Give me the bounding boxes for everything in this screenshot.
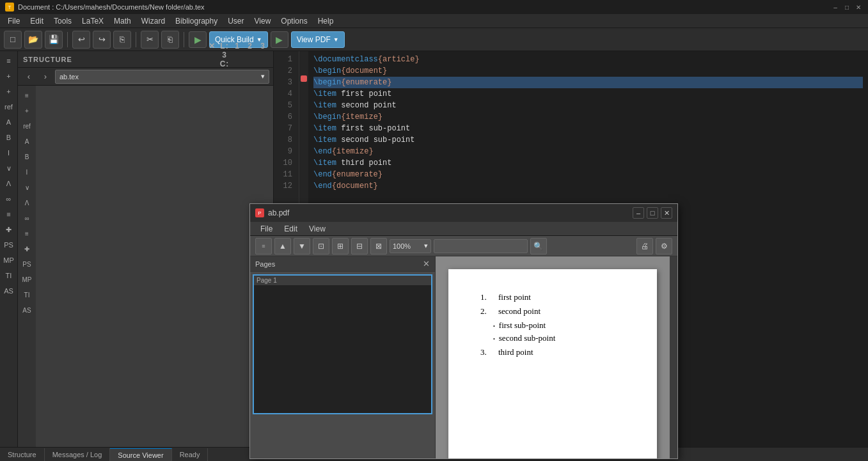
- pdf-win-controls[interactable]: – □ ✕: [633, 207, 672, 219]
- minimize-button[interactable]: –: [831, 3, 840, 12]
- bottom-tab-1[interactable]: Messages / Log: [45, 448, 111, 461]
- pdf-print-button[interactable]: 🖨: [636, 238, 653, 254]
- sidebar-btn-5[interactable]: A: [2, 115, 16, 129]
- view-pdf-dropdown[interactable]: View PDF ▼: [291, 31, 345, 48]
- open-button[interactable]: 📂: [24, 31, 42, 49]
- sidebar-btn-6[interactable]: B: [2, 130, 16, 145]
- code-line-9[interactable]: \end{itemize}: [313, 146, 863, 157]
- sidebar-btn-4[interactable]: ref: [2, 100, 16, 114]
- struct-icon-3[interactable]: ref: [20, 119, 34, 133]
- copy-button[interactable]: ⎘: [113, 31, 131, 49]
- menu-item-math[interactable]: Math: [109, 15, 136, 27]
- new-button[interactable]: □: [4, 31, 22, 49]
- menu-item-edit[interactable]: Edit: [25, 15, 49, 27]
- struct-icon-12[interactable]: PS: [20, 257, 34, 271]
- bottom-tab-0[interactable]: Structure: [0, 448, 45, 461]
- struct-icon-8[interactable]: Λ: [20, 196, 34, 210]
- pdf-zoom-selector[interactable]: 100% ▾: [390, 239, 431, 253]
- pdf-prev-button[interactable]: ▲: [274, 238, 291, 254]
- menu-item-view[interactable]: View: [249, 15, 276, 27]
- pdf-maximize-button[interactable]: □: [647, 207, 658, 219]
- menu-item-bibliography[interactable]: Bibliography: [170, 15, 223, 27]
- pdf-close-button[interactable]: ✕: [661, 207, 672, 219]
- code-line-8[interactable]: \item second sub-point: [313, 134, 863, 146]
- pdf-menu-edit[interactable]: Edit: [279, 223, 303, 235]
- pdf-menu-view[interactable]: View: [304, 223, 331, 235]
- save-button[interactable]: 💾: [45, 31, 63, 49]
- pdf-view-area[interactable]: 1. first point 2. second point • first s…: [436, 256, 670, 458]
- sidebar-btn-10[interactable]: ∞: [2, 192, 16, 206]
- sidebar-btn-16[interactable]: AS: [2, 284, 16, 298]
- nav-forward-button[interactable]: ›: [38, 70, 52, 84]
- pdf-next-button[interactable]: ▼: [294, 238, 310, 254]
- sidebar-btn-15[interactable]: TI: [2, 269, 16, 283]
- struct-icon-4[interactable]: A: [20, 134, 34, 148]
- sidebar-btn-8[interactable]: ∨: [2, 161, 16, 175]
- menu-item-user[interactable]: User: [223, 15, 249, 27]
- struct-icon-10[interactable]: ≡: [20, 226, 34, 240]
- menu-item-file[interactable]: File: [3, 15, 25, 27]
- struct-icon-2[interactable]: +: [20, 104, 34, 118]
- code-line-12[interactable]: \end{document}: [313, 180, 863, 192]
- pdf-search-input[interactable]: [434, 239, 528, 253]
- cut-button[interactable]: ✂: [141, 31, 159, 49]
- struct-icon-14[interactable]: TI: [20, 288, 34, 302]
- sidebar-btn-9[interactable]: Λ: [2, 176, 16, 191]
- code-line-7[interactable]: \item first sub-point: [313, 123, 863, 134]
- pdf-title-bar: P ab.pdf – □ ✕: [250, 204, 677, 222]
- struct-icon-13[interactable]: MP: [20, 272, 34, 286]
- view-run-button[interactable]: ▶: [271, 31, 288, 48]
- pdf-right-scrollbar[interactable]: [670, 256, 677, 458]
- code-line-11[interactable]: \end{enumerate}: [313, 169, 863, 180]
- struct-icon-7[interactable]: ∨: [20, 180, 34, 194]
- sidebar-btn-13[interactable]: PS: [2, 238, 16, 252]
- pdf-zoom-label: 100%: [393, 242, 411, 250]
- pdf-fit-height-button[interactable]: ⊟: [351, 238, 368, 254]
- struct-icon-9[interactable]: ∞: [20, 211, 34, 225]
- bottom-tab-2[interactable]: Source Viewer: [110, 448, 171, 461]
- pdf-fit-page-button[interactable]: ⊞: [332, 238, 349, 254]
- sidebar-btn-1[interactable]: ≡: [2, 54, 16, 68]
- sidebar-btn-11[interactable]: ≡: [2, 207, 16, 221]
- pdf-settings-button[interactable]: ⚙: [656, 238, 672, 254]
- pdf-page-1-item[interactable]: Page 1: [253, 274, 432, 414]
- menu-item-tools[interactable]: Tools: [49, 15, 77, 27]
- pdf-fit-spread-button[interactable]: ⊠: [370, 238, 387, 254]
- struct-icon-6[interactable]: I: [20, 165, 34, 179]
- sidebar-btn-7[interactable]: I: [2, 146, 16, 160]
- menu-item-help[interactable]: Help: [313, 15, 339, 27]
- menu-item-options[interactable]: Options: [276, 15, 312, 27]
- pdf-minimize-button[interactable]: –: [633, 207, 644, 219]
- sidebar-btn-14[interactable]: MP: [2, 253, 16, 267]
- pdf-search-button[interactable]: 🔍: [530, 238, 547, 254]
- sidebar-btn-2[interactable]: +: [2, 69, 16, 83]
- close-button[interactable]: ✕: [854, 3, 863, 12]
- code-line-5[interactable]: \item second point: [313, 100, 863, 111]
- pdf-pages-close-button[interactable]: ✕: [423, 259, 430, 269]
- code-line-4[interactable]: \item first point: [313, 88, 863, 100]
- code-line-3[interactable]: \begin{enumerate}: [313, 77, 863, 88]
- file-dropdown[interactable]: ab.tex ▾: [55, 70, 269, 84]
- code-line-6[interactable]: \begin{itemize}: [313, 111, 863, 123]
- nav-back-button[interactable]: ‹: [22, 70, 36, 84]
- bottom-tab-3[interactable]: Ready: [172, 448, 209, 461]
- struct-icon-15[interactable]: AS: [20, 303, 34, 317]
- struct-icon-1[interactable]: ≡: [20, 88, 34, 102]
- window-controls[interactable]: – □ ✕: [831, 3, 863, 12]
- pdf-fit-width-button[interactable]: ⊡: [313, 238, 329, 254]
- maximize-button[interactable]: □: [842, 3, 851, 12]
- code-line-1[interactable]: \documentclass{article}: [313, 54, 863, 65]
- menu-item-wizard[interactable]: Wizard: [136, 15, 170, 27]
- paste-button[interactable]: ⎗: [161, 31, 179, 49]
- run-button[interactable]: ▶: [189, 31, 207, 48]
- code-line-2[interactable]: \begin{document}: [313, 65, 863, 77]
- pdf-menu-file[interactable]: File: [255, 223, 278, 235]
- struct-icon-11[interactable]: ✚: [20, 242, 34, 256]
- code-line-10[interactable]: \item third point: [313, 157, 863, 169]
- sidebar-btn-3[interactable]: +: [2, 84, 16, 98]
- undo-button[interactable]: ↩: [72, 31, 90, 49]
- menu-item-latex[interactable]: LaTeX: [77, 15, 109, 27]
- redo-button[interactable]: ↪: [93, 31, 111, 49]
- struct-icon-5[interactable]: B: [20, 150, 34, 164]
- sidebar-btn-12[interactable]: ✚: [2, 223, 16, 237]
